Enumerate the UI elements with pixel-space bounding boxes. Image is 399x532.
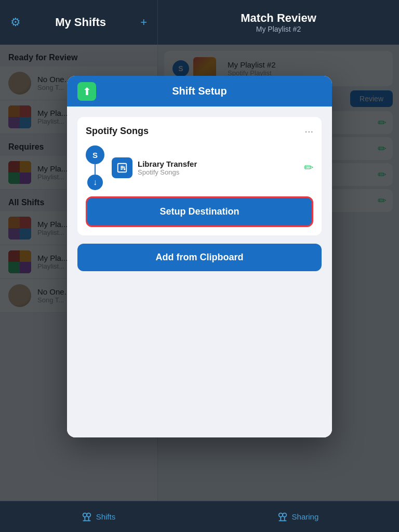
modal-empty-space [77,271,322,427]
source-row: S ↓ [86,145,313,190]
sharing-tab-label: Sharing [292,512,319,521]
shifts-tab-icon [81,511,93,523]
sharing-tab[interactable]: Sharing [276,511,319,523]
source-info: Library Transfer Spotify Songs ✏ [112,157,313,178]
library-sublabel: Spotify Songs [138,168,197,176]
svg-point-3 [87,513,90,516]
svg-point-4 [278,513,282,516]
modal-title: Shift Setup [172,85,227,97]
modal-body: Spotify Songs ··· S ↓ [67,107,332,437]
flow-line [95,164,96,175]
plus-icon[interactable]: + [140,16,147,29]
modal-header: ⬆ Shift Setup [67,76,332,107]
source-card-header: Spotify Songs ··· [86,125,313,137]
svg-point-1 [124,168,126,170]
svg-point-5 [283,513,286,516]
shifts-tab-label: Shifts [96,512,116,521]
down-arrow-circle: ↓ [87,175,103,190]
gear-icon[interactable]: ⚙ [10,16,21,29]
tab-bar: Shifts Sharing [0,501,399,532]
add-from-clipboard-button[interactable]: Add from Clipboard [77,244,322,271]
modal-overlay: ⬆ Shift Setup Spotify Songs ··· S ↓ [0,45,399,501]
setup-destination-button[interactable]: Setup Destination [86,196,313,227]
match-review-subtitle: My Playlist #2 [256,25,301,33]
shift-setup-modal: ⬆ Shift Setup Spotify Songs ··· S ↓ [67,76,332,437]
source-title: Spotify Songs [86,126,149,137]
left-panel-header: ⚙ My Shifts + [0,0,158,45]
spotify-circle-icon: S [86,145,104,164]
sharing-tab-icon [276,511,289,523]
flow-icons: S ↓ [86,145,104,190]
library-label: Library Transfer [138,159,197,168]
library-icon [112,157,132,178]
shifts-tab[interactable]: Shifts [81,511,116,523]
source-card: Spotify Songs ··· S ↓ [77,117,322,235]
svg-point-2 [83,513,86,516]
main-content: Ready for Review No One... Song T... My … [0,45,399,501]
match-review-title: Match Review [241,11,316,25]
library-info: Library Transfer Spotify Songs [138,159,197,176]
left-panel-title: My Shifts [55,16,106,29]
three-dots-menu[interactable]: ··· [304,125,313,137]
upload-icon: ⬆ [77,82,96,101]
app-header: ⚙ My Shifts + Match Review My Playlist #… [0,0,399,45]
right-panel-header: Match Review My Playlist #2 [158,0,399,45]
edit-link-icon[interactable]: ✏ [304,161,313,175]
